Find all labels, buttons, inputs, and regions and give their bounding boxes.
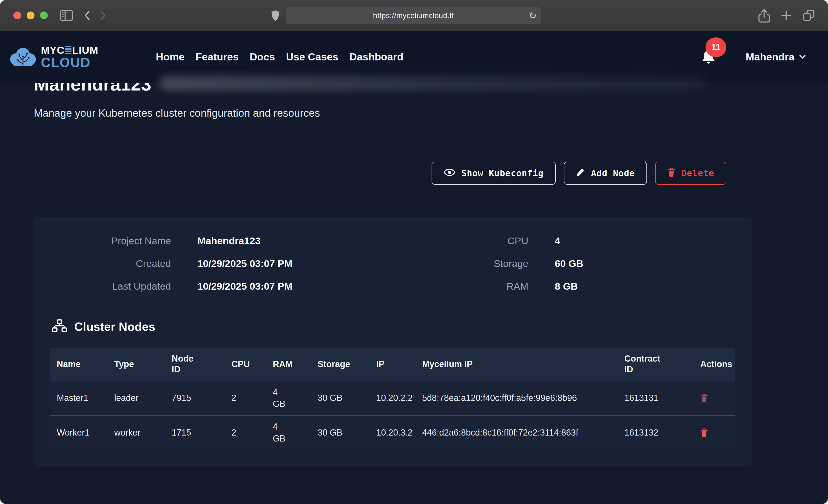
info-value: 10/29/2025 03:07 PM bbox=[197, 258, 372, 269]
reload-icon[interactable]: ↻ bbox=[529, 10, 537, 21]
title-clip: Mahendra123 bbox=[34, 83, 794, 95]
brand-name-sub: CLOUD bbox=[41, 56, 90, 69]
sidebar-toggle-icon[interactable] bbox=[60, 10, 73, 21]
back-icon[interactable] bbox=[84, 10, 90, 20]
cell-contract-id: 1613132 bbox=[618, 415, 694, 450]
col-actions: Actions bbox=[694, 347, 735, 381]
cell-storage: 30 GB bbox=[311, 415, 370, 450]
col-mycelium-ip: Mycelium IP bbox=[416, 347, 618, 381]
cell-cpu: 2 bbox=[225, 381, 266, 415]
browser-window: https://myceliumcloud.tf ↻ bbox=[0, 0, 828, 504]
tab-overview-icon[interactable] bbox=[802, 9, 815, 22]
add-node-button[interactable]: Add Node bbox=[564, 162, 647, 185]
nav-link-features[interactable]: Features bbox=[196, 51, 239, 63]
forward-icon[interactable] bbox=[100, 10, 106, 20]
new-tab-icon[interactable] bbox=[781, 10, 792, 21]
cell-actions bbox=[694, 381, 735, 415]
cell-node-id: 1715 bbox=[165, 415, 225, 450]
org-chart-icon bbox=[52, 319, 67, 334]
table-row: Master1 leader 7915 2 4 GB 30 GB 10.20.2… bbox=[50, 381, 735, 415]
table-body: Master1 leader 7915 2 4 GB 30 GB 10.20.2… bbox=[50, 381, 735, 450]
notifications-bell-icon[interactable]: 11 bbox=[701, 49, 716, 65]
notification-badge: 11 bbox=[705, 37, 726, 57]
main-nav: Home Features Docs Use Cases Dashboard bbox=[156, 51, 403, 63]
browser-toolbar: https://myceliumcloud.tf ↻ bbox=[0, 0, 828, 31]
col-ram: RAM bbox=[266, 347, 311, 381]
nav-link-use-cases[interactable]: Use Cases bbox=[286, 51, 338, 63]
cell-storage: 30 GB bbox=[311, 381, 370, 415]
minimize-window-button[interactable] bbox=[27, 11, 35, 19]
cell-mycelium-ip: 5d8:78ea:a120:f40c:ff0f:a5fe:99e6:8b96 bbox=[416, 381, 618, 415]
cell-cpu: 2 bbox=[225, 415, 266, 450]
cell-mycelium-ip: 446:d2a6:8bcd:8c16:ff0f:72e2:3114:863f bbox=[416, 415, 618, 450]
cell-ip: 10.20.2.2 bbox=[370, 381, 416, 415]
info-label: CPU bbox=[399, 235, 528, 247]
col-type: Type bbox=[108, 347, 165, 381]
cell-node-id: 7915 bbox=[165, 381, 225, 415]
page-content: Mahendra123 Manage your Kubernetes clust… bbox=[0, 83, 828, 467]
delete-node-trash-icon[interactable] bbox=[700, 428, 708, 437]
action-buttons: Show Kubeconfig Add Node Delete bbox=[0, 162, 828, 185]
url-text: https://myceliumcloud.tf bbox=[373, 11, 454, 20]
traffic-lights bbox=[13, 11, 48, 19]
col-cpu: CPU bbox=[225, 347, 266, 381]
info-value: 60 GB bbox=[555, 258, 735, 269]
delete-node-trash-icon[interactable] bbox=[700, 393, 708, 403]
nav-link-home[interactable]: Home bbox=[156, 51, 184, 63]
privacy-shield-icon[interactable] bbox=[271, 7, 280, 24]
info-label: Storage bbox=[399, 258, 528, 269]
nav-link-docs[interactable]: Docs bbox=[250, 51, 275, 63]
col-ip: IP bbox=[370, 347, 416, 381]
brand-e-icon bbox=[65, 46, 72, 54]
cloud-logo-icon bbox=[9, 46, 37, 68]
nodes-section-title: Cluster Nodes bbox=[74, 320, 155, 334]
user-menu[interactable]: Mahendra bbox=[745, 51, 806, 63]
trash-icon bbox=[667, 167, 675, 179]
table-row: Worker1 worker 1715 2 4 GB 30 GB 10.20.3… bbox=[50, 415, 735, 450]
nav-link-dashboard[interactable]: Dashboard bbox=[349, 51, 403, 63]
brand-name-top: MYCLIUM bbox=[41, 45, 98, 55]
share-icon[interactable] bbox=[758, 9, 770, 23]
delete-cluster-button[interactable]: Delete bbox=[655, 162, 726, 185]
col-storage: Storage bbox=[311, 347, 370, 381]
info-label: Project Name bbox=[53, 235, 171, 247]
page-subtitle: Manage your Kubernetes cluster configura… bbox=[34, 107, 794, 119]
info-label: Created bbox=[53, 258, 171, 269]
info-value: Mahendra123 bbox=[197, 235, 372, 247]
cell-type: worker bbox=[108, 415, 165, 450]
table-header-row: Name Type Node ID CPU RAM Storage IP Myc… bbox=[50, 347, 735, 381]
cell-name: Worker1 bbox=[50, 415, 108, 450]
info-value: 4 bbox=[555, 235, 735, 247]
zoom-window-button[interactable] bbox=[40, 11, 48, 19]
cell-contract-id: 1613131 bbox=[618, 381, 694, 415]
site-navbar: MYCLIUM CLOUD Home Features Docs Use Cas… bbox=[0, 31, 828, 83]
cell-ram: 4 GB bbox=[266, 381, 311, 415]
info-value: 8 GB bbox=[555, 281, 735, 292]
user-name: Mahendra bbox=[745, 51, 794, 63]
col-contract-id: Contract ID bbox=[618, 347, 694, 381]
close-window-button[interactable] bbox=[13, 11, 21, 19]
cluster-details-card: Project Name Mahendra123 CPU 4 Created 1… bbox=[34, 217, 752, 467]
cell-name: Master1 bbox=[50, 381, 108, 415]
col-node-id: Node ID bbox=[165, 347, 225, 381]
page-title: Mahendra123 bbox=[34, 83, 794, 95]
eye-icon bbox=[444, 168, 455, 178]
cell-ip: 10.20.3.2 bbox=[370, 415, 416, 450]
cell-ram: 4 GB bbox=[266, 415, 311, 450]
info-label: Last Updated bbox=[53, 281, 171, 292]
address-bar[interactable]: https://myceliumcloud.tf ↻ bbox=[286, 7, 541, 24]
cell-type: leader bbox=[108, 381, 165, 415]
col-name: Name bbox=[50, 347, 108, 381]
cluster-info-grid: Project Name Mahendra123 CPU 4 Created 1… bbox=[50, 235, 735, 292]
pencil-icon bbox=[576, 168, 585, 179]
cell-actions bbox=[694, 415, 735, 450]
brand-logo[interactable]: MYCLIUM CLOUD bbox=[9, 45, 98, 69]
show-kubeconfig-button[interactable]: Show Kubeconfig bbox=[431, 162, 556, 185]
chevron-down-icon bbox=[799, 54, 806, 60]
info-value: 10/29/2025 03:07 PM bbox=[197, 281, 372, 292]
info-label: RAM bbox=[399, 281, 528, 292]
nodes-table: Name Type Node ID CPU RAM Storage IP Myc… bbox=[50, 347, 735, 450]
